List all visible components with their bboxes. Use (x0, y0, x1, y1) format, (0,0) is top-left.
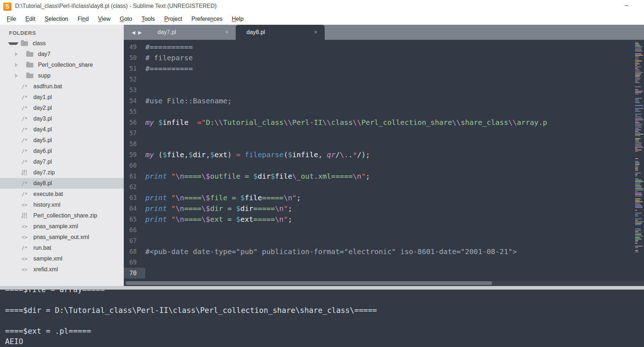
code-line-55[interactable]: 55 (124, 106, 633, 117)
code-line-53[interactable]: 53 (124, 85, 633, 95)
script-file-icon: /* (22, 137, 31, 143)
code-text: #use File::Basename; (145, 95, 232, 106)
code-editor[interactable]: 49#==========50# fileparse51#==========5… (124, 40, 644, 286)
code-line-63[interactable]: 63print "\n====\$file = $file=====\n"; (124, 192, 633, 203)
code-line-54[interactable]: 54#use File::Basename; (124, 95, 633, 106)
sidebar-item-label: day6.pl (33, 148, 52, 154)
tab-nav-back-icon[interactable]: ◀ (132, 30, 135, 35)
sidebar-item-run-bat[interactable]: /*run.bat (0, 243, 124, 253)
sidebar-item-day7-zip[interactable]: 101011day7.zip (0, 167, 124, 178)
code-line-69[interactable]: 69 (124, 257, 633, 268)
code-line-62[interactable]: 62 (124, 182, 633, 192)
code-text: #========== (145, 63, 193, 74)
code-line-64[interactable]: 64print "\n====\$dir = $dir=====\n"; (124, 203, 633, 214)
code-line-70[interactable]: 70 (124, 268, 633, 278)
tab-close-icon[interactable]: × (312, 29, 320, 36)
code-line-49[interactable]: 49#========== (124, 42, 633, 52)
sidebar-item-sample-xml[interactable]: <>sample.xml (0, 253, 124, 264)
sidebar-item-supp[interactable]: supp (0, 70, 124, 81)
chevron-right-icon[interactable] (15, 74, 24, 78)
code-line-65[interactable]: 65print "\n====\$ext = $ext=====\n"; (124, 214, 633, 225)
code-line-68[interactable]: 68#<pub-date date-type="pub" publication… (124, 246, 633, 257)
sublime-text-window: S D:\Tutorial_class\Perl-II\class\day8.p… (0, 0, 644, 347)
sidebar-item-xrefid-xml[interactable]: <>xrefid.xml (0, 264, 124, 275)
sidebar-item-day6-pl[interactable]: /*day6.pl (0, 146, 124, 156)
chevron-right-icon[interactable] (15, 63, 24, 67)
sidebar-item-perl-collection-share[interactable]: Perl_collection_share (0, 60, 124, 70)
code-line-57[interactable]: 57 (124, 128, 633, 139)
menu-preferences[interactable]: Preferences (187, 16, 227, 22)
sidebar-item-day2-pl[interactable]: /*day2.pl (0, 103, 124, 113)
sidebar-item-day1-pl[interactable]: /*day1.pl (0, 92, 124, 103)
xml-file-icon: <> (22, 224, 31, 229)
panel-separator (0, 286, 644, 290)
sidebar-item-label: xrefid.xml (33, 266, 58, 273)
menu-file[interactable]: File (2, 16, 21, 22)
menu-goto[interactable]: Goto (115, 16, 137, 22)
minimap[interactable] (634, 41, 644, 282)
script-file-icon: /* (22, 159, 31, 165)
code-line-58[interactable]: 58 (124, 139, 633, 149)
sidebar-item-execute-bat[interactable]: /*execute.bat (0, 189, 124, 200)
sidebar-item-history-xml[interactable]: <>history.xml (0, 200, 124, 210)
code-line-67[interactable]: 67 (124, 235, 633, 246)
line-number: 64 (124, 203, 145, 214)
sidebar-item-day5-pl[interactable]: /*day5.pl (0, 135, 124, 146)
menu-view[interactable]: View (93, 16, 115, 22)
script-file-icon: /* (22, 191, 31, 197)
line-number: 66 (124, 225, 145, 235)
sidebar-item-pnas-sample-out-xml[interactable]: <>pnas_sample_out.xml (0, 232, 124, 243)
output-line (5, 316, 644, 326)
sidebar-item-label: day3.pl (33, 116, 52, 122)
menu-find[interactable]: Find (73, 16, 93, 22)
sidebar-item-day4-pl[interactable]: /*day4.pl (0, 124, 124, 135)
code-line-52[interactable]: 52 (124, 74, 633, 85)
output-panel[interactable]: ====$file = array=========$dir = D:\Tuto… (0, 290, 644, 347)
sidebar-item-day8-pl[interactable]: /*day8.pl (0, 178, 124, 189)
chevron-right-icon[interactable] (15, 52, 24, 56)
tab-nav-forward-icon[interactable]: ▶ (138, 30, 142, 35)
sidebar-item-day7-pl[interactable]: /*day7.pl (0, 156, 124, 167)
tab-day8-pl[interactable]: day8.pl× (236, 25, 325, 40)
sidebar-item-perl-collection-share-zip[interactable]: 101011Perl_collection_share.zip (0, 210, 124, 221)
code-line-60[interactable]: 60 (124, 160, 633, 171)
xml-file-icon: <> (22, 267, 31, 272)
tab-label: day8.pl (246, 29, 312, 36)
minimize-button[interactable]: – (625, 1, 628, 9)
script-file-icon: /* (22, 148, 31, 154)
code-line-50[interactable]: 50# fileparse (124, 52, 633, 63)
line-number: 58 (124, 139, 145, 149)
sidebar-item-asdfrun-bat[interactable]: /*asdfrun.bat (0, 81, 124, 92)
code-line-56[interactable]: 56my $infile ="D:\\Tutorial_class\\Perl-… (124, 117, 633, 128)
output-text: ====$file = array=========$dir = D:\Tuto… (5, 290, 644, 347)
menu-project[interactable]: Project (160, 16, 187, 22)
output-line: AEIO (5, 337, 644, 347)
sidebar-item-day7[interactable]: day7 (0, 49, 124, 60)
window-title: D:\Tutorial_class\Perl-II\class\day8.pl … (15, 3, 217, 9)
code-line-61[interactable]: 61print "\n====\$outfile = $dir$file\_ou… (124, 171, 633, 182)
sidebar-item-class[interactable]: class (0, 38, 124, 49)
code-text: my ($file,$dir,$ext) = fileparse($infile… (145, 149, 370, 160)
code-line-51[interactable]: 51#========== (124, 63, 633, 74)
code-line-66[interactable]: 66 (124, 225, 633, 235)
sidebar-item-pnas-sample-xml[interactable]: <>pnas_sample.xml (0, 221, 124, 232)
chevron-down-icon[interactable] (8, 42, 19, 45)
line-number: 61 (124, 171, 145, 182)
sidebar-item-label: day8.pl (33, 180, 52, 187)
horizontal-scrollbar-thumb[interactable] (126, 281, 492, 285)
tab-nav: ◀ ▶ (124, 25, 147, 40)
menu-selection[interactable]: Selection (40, 16, 73, 22)
line-number: 56 (124, 117, 145, 128)
code-line-59[interactable]: 59my ($file,$dir,$ext) = fileparse($infi… (124, 149, 633, 160)
menu-tools[interactable]: Tools (137, 16, 159, 22)
menu-help[interactable]: Help (227, 16, 248, 22)
tab-day7-pl[interactable]: day7.pl× (147, 25, 236, 40)
sidebar-item-day3-pl[interactable]: /*day3.pl (0, 113, 124, 124)
sidebar-item-label: day2.pl (33, 105, 52, 111)
menu-edit[interactable]: Edit (21, 16, 40, 22)
script-file-icon: /* (22, 180, 31, 186)
sidebar-item-label: history.xml (33, 202, 60, 208)
title-bar: S D:\Tutorial_class\Perl-II\class\day8.p… (0, 0, 644, 13)
sublime-logo-icon: S (3, 3, 11, 11)
tab-close-icon[interactable]: × (223, 29, 231, 36)
